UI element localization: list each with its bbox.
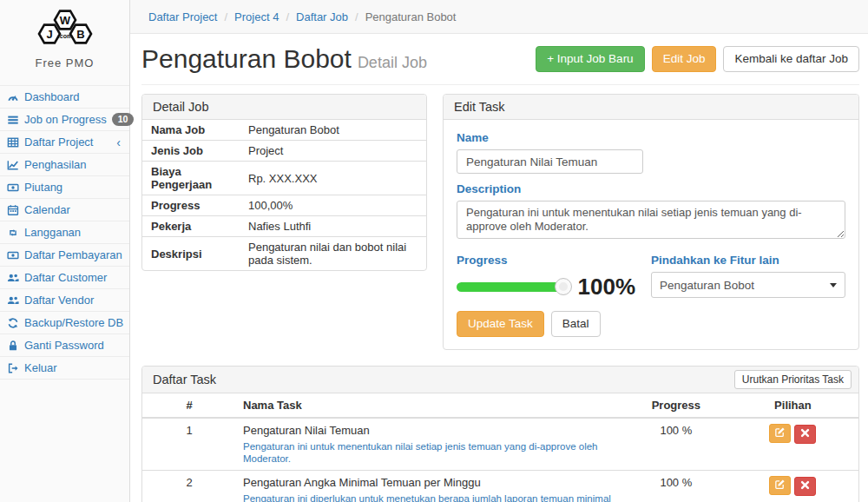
- task-number: 1: [142, 418, 236, 471]
- page-title: Pengaturan BobotDetail Job: [141, 44, 427, 74]
- detail-value: Project: [240, 141, 426, 162]
- delete-task-button[interactable]: [794, 477, 816, 496]
- progress-label: Progress: [457, 254, 635, 267]
- edit-pencil-icon: [774, 426, 786, 440]
- sidebar-item-label: Backup/Restore DB: [24, 316, 123, 329]
- edit-task-button[interactable]: [769, 476, 791, 495]
- sidebar-item-langganan[interactable]: Langganan: [0, 221, 129, 243]
- sidebar-item-daftar-vendor[interactable]: Daftar Vendor: [0, 288, 129, 311]
- column-header-progress: Progress: [625, 393, 727, 418]
- task-name: Pengaturan Angka Minimal Temuan per Ming…: [243, 476, 618, 490]
- panels-row: Detail Job Nama JobPengaturan BobotJenis…: [141, 94, 859, 350]
- detail-row-progress: Progress100,00%: [142, 195, 426, 216]
- sidebar-item-daftar-pembayaran[interactable]: Daftar Pembayaran: [0, 243, 129, 266]
- move-feature-select[interactable]: Pengaturan Bobot: [651, 272, 845, 298]
- breadcrumb-daftar-job[interactable]: Daftar Job: [296, 10, 348, 23]
- task-description-textarea[interactable]: Pengaturan ini untuk menentukan nilai se…: [457, 201, 845, 239]
- breadcrumb-pengaturan-bobot: Pengaturan Bobot: [365, 10, 457, 23]
- slider-handle[interactable]: [555, 278, 572, 295]
- form-buttons: Update Task Batal: [457, 311, 635, 337]
- breadcrumb: Daftar Project/Project 4/Daftar Job/Peng…: [148, 10, 456, 23]
- slider-track[interactable]: [457, 282, 564, 292]
- column-header-num: #: [142, 393, 236, 418]
- delete-task-button[interactable]: [794, 425, 816, 444]
- sidebar-item-label: Daftar Project: [24, 135, 93, 149]
- detail-job-table: Nama JobPengaturan BobotJenis JobProject…: [142, 120, 426, 270]
- edit-task-button[interactable]: [769, 424, 791, 443]
- edit-job-button[interactable]: Edit Job: [652, 46, 717, 72]
- progress-row: Progress 100% Update Task Batal: [457, 251, 845, 337]
- header-buttons: + Input Job Baru Edit Job Kembali ke daf…: [536, 46, 859, 72]
- sidebar-item-label: Daftar Customer: [24, 271, 107, 284]
- sidebar-item-backup-restore-db[interactable]: Backup/Restore DB: [0, 311, 129, 334]
- detail-job-panel-title: Detail Job: [142, 95, 426, 120]
- update-task-button[interactable]: Update Task: [457, 311, 544, 337]
- urutkan-prioritas-task-button-top[interactable]: Urutkan Prioritas Task: [734, 370, 852, 389]
- line-chart-icon: [6, 159, 19, 171]
- sidebar-item-ganti-password[interactable]: Ganti Password: [0, 334, 129, 356]
- breadcrumb-separator: /: [224, 10, 227, 23]
- sidebar-item-label: Keluar: [24, 361, 57, 374]
- jwb-logo-icon: W J B .com: [32, 7, 98, 50]
- daftar-task-panel-title: Daftar Task: [153, 372, 216, 387]
- sign-out-icon: [6, 362, 19, 374]
- sidebar-item-label: Calendar: [24, 203, 70, 216]
- detail-label: Pekerja: [142, 216, 240, 237]
- batal-button[interactable]: Batal: [551, 311, 601, 337]
- app-name: Free PMO: [0, 56, 129, 69]
- detail-row-nama-job: Nama JobPengaturan Bobot: [142, 120, 426, 141]
- daftar-task-panel-heading: Daftar Task Urutkan Prioritas Task: [142, 367, 858, 393]
- task-actions: [727, 471, 858, 502]
- detail-row-biaya-pengerjaan: Biaya PengerjaanRp. XXX.XXX: [142, 162, 426, 195]
- description-label: Description: [457, 182, 845, 195]
- money-icon: [6, 249, 19, 261]
- sidebar-item-label: Penghasilan: [24, 158, 87, 171]
- sidebar-item-label: Ganti Password: [24, 339, 104, 352]
- sidebar-item-daftar-project[interactable]: Daftar Project‹: [0, 130, 129, 153]
- users-icon: [6, 294, 19, 307]
- breadcrumb-daftar-project[interactable]: Daftar Project: [148, 10, 217, 23]
- task-name-input[interactable]: [457, 149, 643, 174]
- detail-label: Jenis Job: [142, 141, 240, 162]
- task-row-2: 2Pengaturan Angka Minimal Temuan per Min…: [142, 471, 858, 502]
- detail-row-deskripsi: DeskripsiPengaturan nilai dan bobot nila…: [142, 237, 426, 271]
- column-header-pilihan: Pilihan: [727, 393, 858, 418]
- sidebar-item-piutang[interactable]: Piutang: [0, 175, 129, 198]
- task-row-1: 1Pengaturan Nilai TemuanPengaturan ini u…: [142, 418, 858, 471]
- progress-column: Progress 100% Update Task Batal: [457, 251, 635, 337]
- move-feature-label: Pindahkan ke Fitur lain: [651, 254, 845, 267]
- detail-value: Nafies Luthfi: [240, 216, 426, 237]
- kembali-ke-daftar-job-button[interactable]: Kembali ke daftar Job: [723, 46, 859, 72]
- detail-value: Pengaturan nilai dan bobot nilai pada si…: [240, 237, 426, 271]
- detail-value: 100,00%: [240, 195, 426, 216]
- logo-dotcom: .com: [57, 33, 71, 39]
- lock-icon: [6, 340, 19, 352]
- delete-x-icon: [800, 479, 810, 492]
- detail-value: Rp. XXX.XXX: [240, 162, 426, 195]
- sidebar-menu: DashboardJob on Progress10Daftar Project…: [0, 85, 129, 380]
- breadcrumb-project-4[interactable]: Project 4: [234, 10, 279, 23]
- detail-row-pekerja: PekerjaNafies Luthfi: [142, 216, 426, 237]
- sidebar-item-keluar[interactable]: Keluar: [0, 356, 129, 380]
- sidebar-item-calendar[interactable]: Calendar: [0, 198, 129, 221]
- sidebar-item-dashboard[interactable]: Dashboard: [0, 85, 129, 108]
- logo-letter-b: B: [76, 28, 84, 41]
- sidebar-item-daftar-customer[interactable]: Daftar Customer: [0, 266, 129, 288]
- logo[interactable]: W J B .com Free PMO: [0, 0, 129, 71]
- logo-letter-j: J: [46, 28, 52, 41]
- move-feature-column: Pindahkan ke Fitur lain Pengaturan Bobot: [635, 251, 845, 337]
- detail-job-rows: Nama JobPengaturan BobotJenis JobProject…: [142, 120, 426, 270]
- name-label: Name: [457, 131, 845, 144]
- edit-pencil-icon: [774, 479, 786, 492]
- detail-label: Biaya Pengerjaan: [142, 162, 240, 195]
- input-job-baru-button[interactable]: + Input Job Baru: [536, 46, 644, 72]
- refresh-icon: [6, 317, 19, 329]
- detail-row-jenis-job: Jenis JobProject: [142, 141, 426, 162]
- task-number: 2: [142, 471, 236, 502]
- caret-down-icon: [830, 283, 837, 287]
- sidebar-item-penghasilan[interactable]: Penghasilan: [0, 153, 129, 175]
- column-header-nama-task: Nama Task: [236, 393, 625, 418]
- daftar-task-rows: 1Pengaturan Nilai TemuanPengaturan ini u…: [142, 418, 858, 502]
- edit-task-form: Name Description Pengaturan ini untuk me…: [444, 120, 858, 349]
- sidebar-item-job-on-progress[interactable]: Job on Progress10: [0, 108, 129, 130]
